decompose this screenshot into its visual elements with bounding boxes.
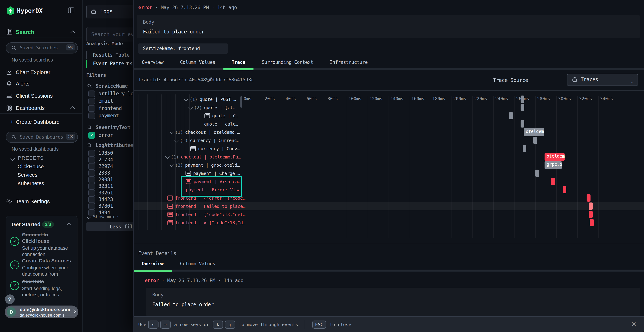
search-icon bbox=[11, 45, 16, 50]
event-search-input[interactable]: Search your ev bbox=[86, 27, 134, 42]
get-started-item-title: Add Data bbox=[22, 278, 72, 285]
span-row[interactable]: (2)quote | {cl… bbox=[134, 104, 297, 112]
span-label: quote | C… bbox=[212, 113, 238, 118]
checkbox[interactable] bbox=[88, 156, 95, 163]
checkbox[interactable] bbox=[88, 98, 95, 104]
span-bar[interactable] bbox=[520, 120, 524, 128]
span-row[interactable]: quote | C… bbox=[134, 112, 313, 120]
span-bar[interactable] bbox=[589, 202, 593, 210]
checkbox[interactable] bbox=[88, 176, 95, 183]
checkbox[interactable] bbox=[88, 112, 95, 119]
chevron-up-icon[interactable] bbox=[66, 223, 72, 228]
less-filters-button[interactable]: Less fil bbox=[86, 222, 134, 231]
axis-gridline bbox=[472, 96, 473, 238]
sidebar: HyperDX Search Saved Searches ⌘K No save… bbox=[0, 0, 83, 332]
span-bar[interactable] bbox=[533, 137, 537, 144]
axis-gridline bbox=[577, 96, 578, 238]
span-row[interactable]: (1)currency | Currenc… bbox=[134, 136, 283, 144]
source-select[interactable]: Logs bbox=[86, 5, 134, 18]
chevron-down-icon[interactable] bbox=[188, 105, 193, 110]
span-bar[interactable] bbox=[520, 104, 524, 111]
checkbox[interactable] bbox=[88, 190, 95, 196]
chevron-down-icon[interactable] bbox=[165, 154, 170, 159]
checkbox[interactable] bbox=[88, 170, 95, 176]
sidebar-item-chart-explorer[interactable]: Chart Explorer bbox=[0, 66, 82, 78]
edit-icon[interactable] bbox=[206, 76, 213, 83]
span-child-count: (1) bbox=[171, 154, 179, 160]
chevron-down-icon[interactable] bbox=[170, 162, 174, 167]
preset-services[interactable]: Services bbox=[18, 172, 38, 178]
span-row[interactable]: quote | calc… bbox=[134, 120, 312, 128]
span-row[interactable]: (1)checkout | oteldemo.Pa… bbox=[134, 153, 274, 161]
span-bar[interactable] bbox=[520, 96, 524, 103]
filter-group-name: SeverityText bbox=[96, 124, 130, 130]
create-dashboard-button[interactable]: + Create Dashboard bbox=[0, 116, 82, 128]
span-row[interactable]: frontend | × {"code":13,"d… bbox=[134, 218, 276, 227]
event-details-tab-column-values[interactable]: Column Values bbox=[172, 259, 224, 270]
logo: HyperDX bbox=[0, 5, 82, 18]
user-email: dale@clickhouse.com bbox=[20, 307, 70, 312]
dashboards-section-header[interactable] bbox=[0, 102, 82, 114]
span-bar[interactable] bbox=[535, 170, 539, 177]
checkbox[interactable] bbox=[88, 90, 95, 97]
chevron-down-icon[interactable] bbox=[184, 97, 188, 101]
span-bar[interactable]: grpc.o bbox=[544, 161, 562, 169]
team-settings-button[interactable]: Team Settings bbox=[0, 196, 82, 207]
span-row[interactable]: (1)quote | POST … bbox=[134, 95, 292, 104]
checkbox[interactable] bbox=[88, 105, 95, 112]
tab-infrastructure[interactable]: Infrastructure bbox=[322, 58, 376, 68]
saved-dashboards-input[interactable]: Saved Dashboards ⌘K bbox=[6, 132, 78, 143]
event-panel: error · May 26 7:13:26 PM · 14h ago Body… bbox=[133, 0, 644, 332]
span-bar[interactable] bbox=[551, 178, 555, 185]
scrollbar-thumb[interactable] bbox=[240, 96, 242, 108]
chevron-down-icon[interactable] bbox=[174, 138, 179, 142]
sidebar-collapse-icon[interactable] bbox=[68, 7, 75, 14]
tab-column-values[interactable]: Column Values bbox=[172, 58, 224, 68]
preset-kubernetes[interactable]: Kubernetes bbox=[18, 180, 44, 186]
sidebar-item-alerts[interactable]: Alerts bbox=[0, 78, 82, 90]
tab-trace[interactable]: Trace bbox=[224, 58, 254, 68]
mode-results-table[interactable]: Results Table bbox=[86, 51, 134, 60]
checkbox[interactable] bbox=[88, 203, 95, 210]
span-bar[interactable] bbox=[563, 186, 566, 193]
span-row[interactable]: (3)payment | grpc.oteld… bbox=[134, 161, 278, 169]
search-icon[interactable] bbox=[87, 83, 92, 88]
span-row[interactable]: frontend | {"code":13,"det… bbox=[134, 210, 276, 218]
checkbox[interactable] bbox=[88, 163, 95, 170]
mode-event-patterns[interactable]: Event Patterns bbox=[86, 60, 134, 68]
checkbox[interactable] bbox=[88, 196, 95, 203]
span-row[interactable]: (1)checkout | oteldemo.… bbox=[134, 128, 278, 136]
span-bar[interactable] bbox=[589, 211, 593, 218]
checkbox[interactable] bbox=[88, 183, 95, 190]
close-icon[interactable]: ✕ bbox=[631, 320, 636, 328]
show-more-button[interactable]: Show more bbox=[87, 214, 118, 220]
span-bar[interactable] bbox=[586, 194, 590, 202]
event-details-tab-overview[interactable]: Overview bbox=[134, 259, 172, 270]
search-section-header[interactable]: Search bbox=[0, 26, 82, 38]
search-icon[interactable] bbox=[87, 125, 92, 130]
span-bar[interactable] bbox=[523, 145, 526, 152]
search-icon[interactable] bbox=[87, 143, 92, 148]
span-bar[interactable] bbox=[590, 219, 594, 226]
tab-overview[interactable]: Overview bbox=[134, 58, 172, 68]
span-bar[interactable]: oteldem bbox=[544, 153, 564, 161]
span-label: currency | Conv… bbox=[198, 146, 240, 151]
get-started-badge: 3/3 bbox=[42, 221, 54, 228]
span-bar[interactable]: oteldem bbox=[524, 128, 544, 136]
trace-source-select[interactable]: Traces ⌃⌄ bbox=[567, 74, 638, 86]
tab-surrounding-context[interactable]: Surrounding Context bbox=[254, 58, 322, 68]
span-row[interactable]: frontend | Failed to place… bbox=[134, 202, 276, 210]
span-row[interactable]: currency | Conv… bbox=[134, 144, 298, 153]
hint-text: arrow keys or bbox=[172, 322, 212, 327]
user-menu[interactable]: D dale@clickhouse.com dale@clickhouse.co… bbox=[5, 306, 78, 318]
saved-searches-input[interactable]: Saved Searches ⌘K bbox=[6, 42, 78, 54]
checkbox[interactable] bbox=[88, 150, 95, 156]
chevron-down-icon[interactable] bbox=[170, 130, 174, 134]
help-button[interactable]: ? bbox=[5, 294, 15, 304]
checkbox-checked[interactable]: ✓ bbox=[88, 132, 95, 139]
span-bar[interactable] bbox=[509, 112, 513, 119]
service-chip[interactable]: ServiceName: frontend bbox=[138, 44, 228, 54]
preset-clickhouse[interactable]: ClickHouse bbox=[18, 164, 44, 170]
sidebar-item-client-sessions[interactable]: Client Sessions bbox=[0, 90, 82, 102]
check-circle-icon: ✓ bbox=[10, 260, 19, 270]
